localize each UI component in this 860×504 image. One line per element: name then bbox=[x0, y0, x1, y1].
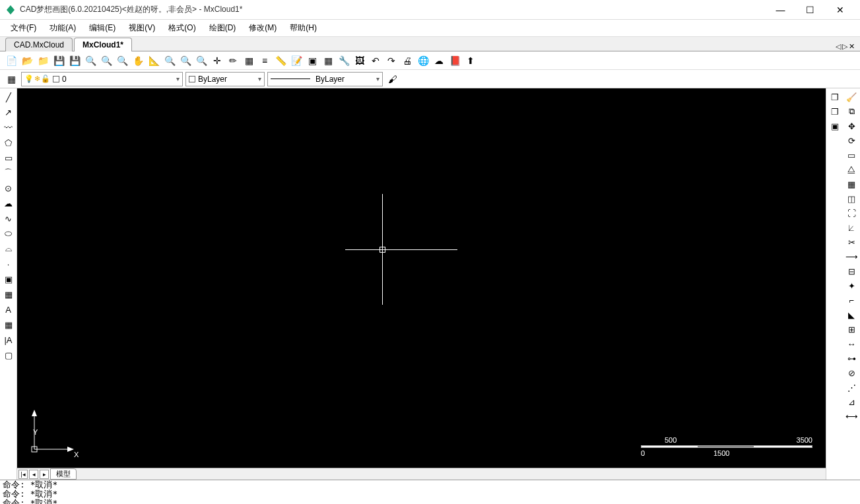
zoom-extents-icon[interactable]: 🔍 bbox=[162, 53, 177, 68]
offset-icon[interactable]: ▭ bbox=[844, 148, 859, 162]
properties-icon[interactable]: ✏ bbox=[226, 53, 240, 68]
menu-view[interactable]: 视图(V) bbox=[123, 20, 160, 36]
ellipse-arc-icon[interactable]: ⌓ bbox=[1, 241, 16, 256]
zoom-in-icon[interactable]: 🔍 bbox=[99, 53, 114, 68]
pdf-icon[interactable]: 📕 bbox=[447, 53, 462, 68]
tab-close-icon[interactable]: ✕ bbox=[849, 42, 855, 51]
drawing-canvas[interactable]: Y X 500 3500 0 1500 bbox=[17, 88, 826, 468]
mirror2-icon[interactable]: ◫ bbox=[844, 191, 859, 206]
open2-icon[interactable]: 📁 bbox=[36, 53, 50, 68]
zoom-prev-icon[interactable]: 🔍 bbox=[178, 53, 193, 68]
measure-icon[interactable]: 📐 bbox=[147, 53, 161, 68]
mirror-icon[interactable]: ⧋ bbox=[844, 162, 859, 177]
table-icon[interactable]: ▦ bbox=[1, 317, 16, 332]
measure2-icon[interactable]: ⊿ bbox=[844, 394, 859, 409]
spline-icon[interactable]: ∿ bbox=[1, 211, 16, 226]
export-icon[interactable]: ⬆ bbox=[463, 53, 478, 68]
menu-format[interactable]: 格式(O) bbox=[163, 20, 201, 36]
close-button[interactable]: ✕ bbox=[825, 0, 855, 20]
align-icon[interactable]: ⊞ bbox=[844, 322, 859, 336]
chamfer-icon[interactable]: ◣ bbox=[844, 307, 859, 322]
layout-first-icon[interactable]: |◂ bbox=[18, 470, 28, 479]
saveas-icon[interactable]: 💾 bbox=[67, 53, 82, 68]
insert-icon[interactable]: ▦ bbox=[321, 53, 335, 68]
img-icon[interactable]: 🖼 bbox=[352, 53, 367, 68]
circle-icon[interactable]: ⊙ bbox=[1, 181, 16, 195]
tab-cad-mxcloud[interactable]: CAD.MxCloud bbox=[5, 38, 73, 51]
web-icon[interactable]: 🌐 bbox=[416, 53, 430, 68]
layout-next-icon[interactable]: ▸ bbox=[40, 470, 49, 479]
lengthen-icon[interactable]: ↔ bbox=[844, 336, 859, 351]
text-tool-icon[interactable]: A bbox=[1, 302, 16, 317]
cloud-icon[interactable]: ☁ bbox=[432, 53, 446, 68]
copy2-icon[interactable]: ❐ bbox=[828, 104, 842, 119]
tab-next-icon[interactable]: ▷ bbox=[842, 42, 847, 51]
dim-linear-icon[interactable]: ⟷ bbox=[844, 409, 859, 424]
menu-help[interactable]: 帮助(H) bbox=[284, 20, 322, 36]
linetype-icon[interactable]: ≡ bbox=[257, 53, 272, 68]
fillet-icon[interactable]: ⌐ bbox=[844, 293, 859, 307]
new-icon[interactable]: 📄 bbox=[4, 53, 18, 68]
block-insert-icon[interactable]: ▣ bbox=[1, 272, 16, 286]
linetype-dropdown[interactable]: ByLayer ▾ bbox=[267, 72, 383, 86]
revcloud-icon[interactable]: ☁ bbox=[1, 196, 16, 210]
maximize-button[interactable]: ☐ bbox=[795, 0, 825, 20]
line-icon[interactable]: ╱ bbox=[1, 90, 16, 104]
mtext-icon[interactable]: |A bbox=[1, 332, 16, 347]
ellipse-icon[interactable]: ⬭ bbox=[1, 226, 16, 241]
rect-icon[interactable]: ▭ bbox=[1, 150, 16, 165]
zoom-realtime-icon[interactable]: 🔍 bbox=[194, 53, 209, 68]
block-icon[interactable]: ▣ bbox=[305, 53, 319, 68]
undo-icon[interactable]: ↶ bbox=[368, 53, 383, 68]
minimize-button[interactable]: — bbox=[766, 0, 795, 20]
zoom-out-icon[interactable]: 🔍 bbox=[115, 53, 129, 68]
redo-icon[interactable]: ↷ bbox=[384, 53, 399, 68]
menu-file[interactable]: 文件(F) bbox=[5, 20, 42, 36]
print-icon[interactable]: 🖨 bbox=[400, 53, 414, 68]
zoom-window-icon[interactable]: 🔍 bbox=[83, 53, 98, 68]
layout-prev-icon[interactable]: ◂ bbox=[29, 470, 38, 479]
rotate-icon[interactable]: ⟳ bbox=[844, 133, 859, 148]
join-icon[interactable]: ⊶ bbox=[844, 351, 859, 365]
break-icon[interactable]: ⊟ bbox=[844, 264, 859, 278]
copy-icon[interactable]: ❐ bbox=[828, 90, 842, 104]
model-tab[interactable]: 模型 bbox=[50, 468, 77, 480]
polygon-icon[interactable]: ⬠ bbox=[1, 135, 16, 150]
region-icon[interactable]: ▢ bbox=[1, 348, 16, 362]
erase-icon[interactable]: 🧹 bbox=[844, 90, 859, 104]
trim-icon[interactable]: ✂ bbox=[844, 235, 859, 249]
text-icon[interactable]: 📝 bbox=[289, 53, 304, 68]
layer-manager-icon[interactable]: ▦ bbox=[4, 72, 18, 86]
array-icon[interactable]: ▦ bbox=[844, 177, 859, 191]
open-icon[interactable]: 📂 bbox=[20, 53, 34, 68]
menu-func[interactable]: 功能(A) bbox=[44, 20, 81, 36]
pline-icon[interactable]: 〰 bbox=[1, 120, 16, 135]
xline-icon[interactable]: ↗ bbox=[1, 105, 16, 119]
dim-icon[interactable]: 📏 bbox=[273, 53, 288, 68]
tool-icon[interactable]: 🔧 bbox=[337, 53, 351, 68]
move-icon[interactable]: ✥ bbox=[844, 119, 859, 133]
layers-icon[interactable]: ▦ bbox=[242, 53, 256, 68]
point-icon[interactable]: · bbox=[1, 257, 16, 271]
copyobj-icon[interactable]: ⧉ bbox=[844, 104, 859, 119]
layer-dropdown[interactable]: 💡❄🔓 0 ▾ bbox=[21, 72, 183, 86]
menu-draw[interactable]: 绘图(D) bbox=[204, 20, 242, 36]
arc-icon[interactable]: ⌒ bbox=[1, 166, 16, 180]
hatch-icon[interactable]: ▦ bbox=[1, 287, 16, 301]
paste-icon[interactable]: ▣ bbox=[828, 119, 842, 133]
save-icon[interactable]: 💾 bbox=[51, 53, 66, 68]
menu-modify[interactable]: 修改(M) bbox=[244, 20, 282, 36]
tab-prev-icon[interactable]: ◁ bbox=[836, 42, 841, 51]
scale-icon[interactable]: ⛶ bbox=[844, 206, 859, 220]
color-dropdown[interactable]: ByLayer ▾ bbox=[185, 72, 265, 86]
explode-icon[interactable]: ✦ bbox=[844, 278, 859, 293]
extend-icon[interactable]: ⟶ bbox=[844, 249, 859, 264]
brush-icon[interactable]: 🖌 bbox=[385, 72, 400, 86]
stretch-icon[interactable]: ⟀ bbox=[844, 220, 859, 235]
divide-icon[interactable]: ⋰ bbox=[844, 380, 859, 394]
menu-edit[interactable]: 编辑(E) bbox=[84, 20, 121, 36]
tab-mxcloud1[interactable]: MxCloud1* bbox=[74, 38, 132, 51]
pedit-icon[interactable]: ⊘ bbox=[844, 365, 859, 380]
select-icon[interactable]: ✛ bbox=[210, 53, 224, 68]
pan-icon[interactable]: ✋ bbox=[131, 53, 145, 68]
